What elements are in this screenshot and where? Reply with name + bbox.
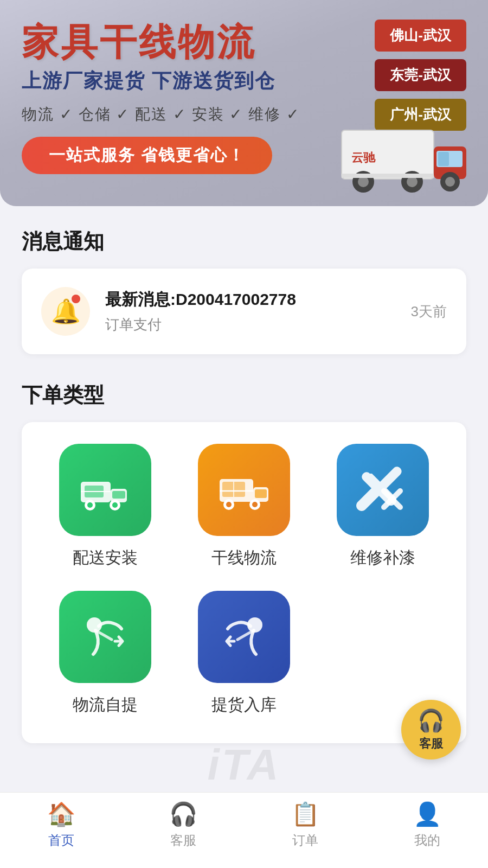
svg-point-19 bbox=[112, 502, 118, 508]
customer-service-nav-icon: 🎧 bbox=[169, 801, 197, 827]
order-item-repair-paint[interactable]: 维修补漆 bbox=[319, 444, 447, 569]
nav-item-customer-service[interactable]: 🎧 客服 bbox=[122, 801, 244, 849]
nav-item-orders[interactable]: 📋 订单 bbox=[244, 801, 366, 849]
fab-label: 客服 bbox=[419, 736, 443, 752]
order-type-card: 配送安装 bbox=[22, 422, 466, 743]
banner-cta[interactable]: 一站式服务 省钱更省心！ bbox=[22, 137, 272, 174]
order-item-self-pickup[interactable]: 物流自提 bbox=[41, 591, 169, 716]
trunk-logistics-label: 干线物流 bbox=[211, 547, 277, 569]
home-icon: 🏠 bbox=[47, 801, 75, 827]
nav-profile-label: 我的 bbox=[414, 832, 440, 849]
self-pickup-icon-bg bbox=[59, 591, 151, 683]
orders-icon: 📋 bbox=[291, 801, 319, 827]
order-type-section-title: 下单类型 bbox=[22, 381, 466, 409]
notification-section-title: 消息通知 bbox=[22, 228, 466, 256]
notification-dot bbox=[72, 295, 80, 303]
notification-message-id: 最新消息:D200417002778 bbox=[105, 289, 396, 311]
delivery-install-svg bbox=[78, 463, 132, 517]
nav-item-profile[interactable]: 👤 我的 bbox=[366, 801, 488, 849]
svg-rect-3 bbox=[438, 152, 449, 166]
svg-point-28 bbox=[252, 502, 258, 507]
notification-description: 订单支付 bbox=[105, 315, 396, 334]
svg-rect-4 bbox=[451, 152, 461, 166]
order-item-trunk-logistics[interactable]: 干线物流 bbox=[180, 444, 308, 569]
nav-home-label: 首页 bbox=[48, 832, 74, 849]
svg-rect-24 bbox=[255, 489, 267, 498]
repair-paint-icon-bg bbox=[337, 444, 429, 536]
order-item-delivery-install[interactable]: 配送安装 bbox=[41, 444, 169, 569]
svg-text:云驰: 云驰 bbox=[351, 151, 376, 164]
profile-icon: 👤 bbox=[413, 801, 441, 827]
notification-card[interactable]: 🔔 最新消息:D200417002778 订单支付 3天前 bbox=[22, 269, 466, 354]
repair-paint-svg bbox=[356, 463, 410, 517]
order-item-pickup-storage[interactable]: 提货入库 bbox=[180, 591, 308, 716]
svg-rect-15 bbox=[112, 491, 125, 499]
nav-orders-label: 订单 bbox=[292, 832, 318, 849]
self-pickup-label: 物流自提 bbox=[73, 694, 138, 716]
trunk-logistics-svg bbox=[217, 463, 271, 517]
banner-truck: 云驰 bbox=[331, 108, 472, 195]
svg-point-10 bbox=[445, 177, 455, 187]
svg-rect-12 bbox=[342, 174, 434, 178]
delivery-install-label: 配送安装 bbox=[73, 547, 138, 569]
trunk-logistics-icon-bg bbox=[198, 444, 290, 536]
customer-service-fab[interactable]: 🎧 客服 bbox=[401, 700, 461, 760]
headset-icon: 🎧 bbox=[418, 708, 445, 733]
notification-body: 最新消息:D200417002778 订单支付 bbox=[105, 289, 396, 334]
order-type-grid: 配送安装 bbox=[41, 444, 447, 716]
notification-icon-wrap: 🔔 bbox=[41, 287, 90, 336]
bottom-navigation: 🏠 首页 🎧 客服 📋 订单 👤 我的 bbox=[0, 792, 488, 868]
self-pickup-svg bbox=[78, 610, 132, 664]
pickup-storage-svg bbox=[217, 610, 271, 664]
nav-customer-service-label: 客服 bbox=[170, 832, 196, 849]
pickup-storage-label: 提货入库 bbox=[211, 694, 277, 716]
delivery-install-icon-bg bbox=[59, 444, 151, 536]
notification-time: 3天前 bbox=[411, 302, 447, 321]
banner: 家具干线物流 上游厂家提货 下游送货到仓 物流 ✓ 仓储 ✓ 配送 ✓ 安装 ✓… bbox=[0, 0, 488, 206]
svg-point-17 bbox=[87, 502, 93, 508]
nav-item-home[interactable]: 🏠 首页 bbox=[0, 801, 122, 849]
route-tag-foshan[interactable]: 佛山-武汉 bbox=[375, 20, 466, 52]
pickup-storage-icon-bg bbox=[198, 591, 290, 683]
svg-point-26 bbox=[226, 502, 232, 507]
repair-paint-label: 维修补漆 bbox=[350, 547, 415, 569]
route-tag-dongguan[interactable]: 东莞-武汉 bbox=[375, 59, 466, 91]
